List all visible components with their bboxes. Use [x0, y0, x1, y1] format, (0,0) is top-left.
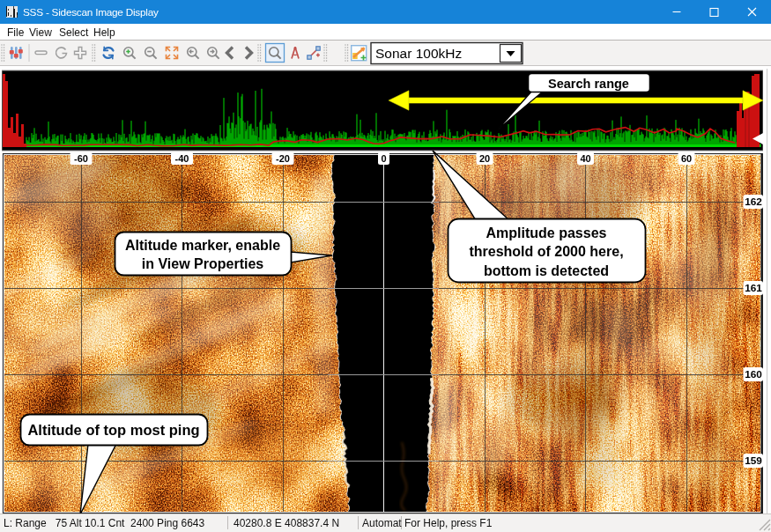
- svg-text:161: 161: [745, 282, 762, 294]
- svg-text:Select: Select: [59, 26, 89, 39]
- svg-text:Help: Help: [93, 26, 115, 39]
- svg-text:Amplitude passes: Amplitude passes: [486, 225, 607, 240]
- svg-text:-40: -40: [175, 153, 189, 164]
- svg-text:-60: -60: [74, 153, 88, 164]
- svg-text:SSS - Sidescan Image Display: SSS - Sidescan Image Display: [23, 6, 159, 18]
- svg-text:159: 159: [745, 454, 762, 467]
- svg-text:Sonar 100kHz: Sonar 100kHz: [375, 46, 462, 61]
- svg-text:in View Properties: in View Properties: [142, 256, 264, 271]
- svg-text:40: 40: [580, 153, 590, 164]
- svg-text:For Help, press F1: For Help, press F1: [404, 517, 493, 529]
- svg-text:-20: -20: [276, 153, 290, 164]
- svg-text:20: 20: [479, 153, 490, 164]
- svg-text:L: Range 75 Alt 10.1 Cnt 24: L: Range 75 Alt 10.1 Cnt 2400 Ping 6643: [4, 517, 204, 529]
- svg-text:threshold of 2000 here,: threshold of 2000 here,: [469, 244, 623, 259]
- svg-text:View: View: [29, 26, 52, 39]
- svg-text:60: 60: [681, 153, 692, 164]
- svg-text:40280.8 E 408837.4 N: 40280.8 E 408837.4 N: [234, 517, 339, 529]
- svg-text:bottom is detected: bottom is detected: [484, 263, 609, 278]
- svg-text:Altitude of top most ping: Altitude of top most ping: [27, 422, 199, 438]
- svg-text:Search range: Search range: [548, 77, 629, 91]
- svg-text:Automat: Automat: [362, 517, 402, 529]
- svg-text:File: File: [7, 26, 25, 39]
- svg-text:160: 160: [745, 368, 762, 381]
- svg-text:162: 162: [745, 196, 762, 208]
- svg-text:0: 0: [381, 153, 386, 164]
- svg-text:Altitude marker, enable: Altitude marker, enable: [125, 238, 280, 253]
